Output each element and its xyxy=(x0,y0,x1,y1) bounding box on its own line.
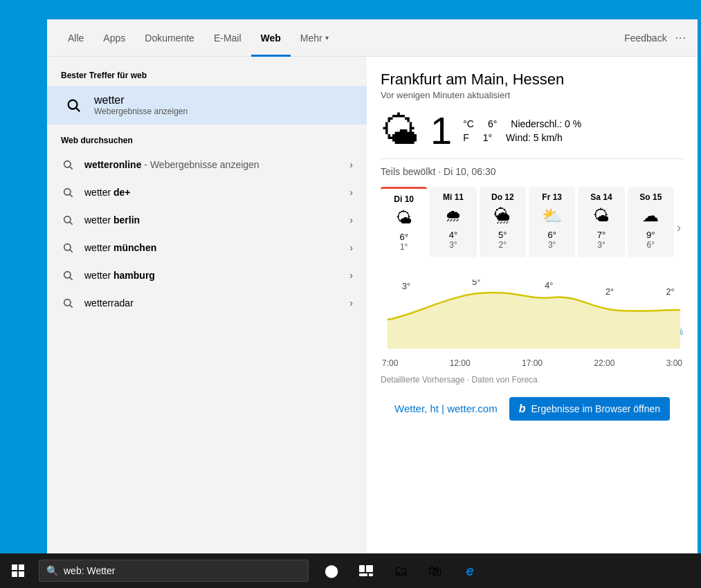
tab-web[interactable]: Web xyxy=(251,19,291,57)
forecast-day-icon: 🌤 xyxy=(385,208,423,228)
forecast-day-do12[interactable]: Do 12 🌦 5° 2° xyxy=(480,187,526,257)
tab-dokumente[interactable]: Dokumente xyxy=(135,19,204,57)
forecast-day-label: Sa 14 xyxy=(582,192,620,202)
weather-city: Frankfurt am Main, Hessen xyxy=(381,71,684,89)
forecast-day-di10[interactable]: Di 10 🌤 6° 1° xyxy=(381,187,427,257)
chevron-down-icon: ▾ xyxy=(325,34,329,42)
taskbar-search-box[interactable]: 🔍 web: Wetter xyxy=(39,560,309,582)
forecast-day-high: 5° xyxy=(484,230,522,240)
svg-text:5°: 5° xyxy=(472,279,480,287)
svg-point-6 xyxy=(64,217,71,223)
chevron-right-icon: › xyxy=(349,270,353,281)
open-browser-label: Ergebnisse im Browser öffnen xyxy=(531,403,661,414)
taskbar-app-edge[interactable]: e xyxy=(454,553,486,588)
forecast-day-high: 6° xyxy=(533,230,571,240)
chevron-right-icon: › xyxy=(349,297,353,309)
web-result-text: wetterradar xyxy=(84,297,349,309)
forecast-day-sa14[interactable]: Sa 14 🌤 7° 3° xyxy=(578,187,624,257)
search-icon xyxy=(61,241,75,255)
more-options-button[interactable]: ··· xyxy=(675,32,686,44)
forecast-day-high: 7° xyxy=(582,230,620,240)
forecast-day-so15[interactable]: So 15 ☁ 9° 6° xyxy=(628,187,674,257)
taskbar-search-text: web: Wetter xyxy=(64,565,115,576)
best-result-title: wetter xyxy=(94,94,188,107)
svg-line-1 xyxy=(76,108,80,111)
browser-link[interactable]: Wetter, ht | wetter.com xyxy=(394,403,498,415)
taskbar-app-store[interactable]: 🛍 xyxy=(419,553,451,588)
forecast-day-low: 6° xyxy=(632,240,670,250)
taskbar-app-task-view[interactable] xyxy=(350,553,382,588)
search-icon xyxy=(61,213,75,227)
left-panel: Bester Treffer für web wetter Webergebni… xyxy=(47,57,367,566)
start-button[interactable] xyxy=(0,553,36,588)
forecast-next-button[interactable]: › xyxy=(674,221,684,235)
chevron-right-icon: › xyxy=(349,242,353,253)
taskbar: 🔍 web: Wetter ⬤ 🗂 🛍 e xyxy=(0,553,701,588)
browser-link-text[interactable]: Wetter, xyxy=(394,403,430,414)
web-result-wetterradar[interactable]: wetterradar › xyxy=(47,289,367,317)
forecast-day-icon: 🌧 xyxy=(434,206,472,226)
best-result-subtitle: Webergebnisse anzeigen xyxy=(94,107,188,116)
forecast-day-mi11[interactable]: Mi 11 🌧 4° 3° xyxy=(430,187,476,257)
web-result-wetter-hamburg[interactable]: wetter hamburg › xyxy=(47,261,367,289)
chevron-right-icon: › xyxy=(349,187,353,198)
svg-rect-27 xyxy=(369,573,373,576)
chevron-right-icon: › xyxy=(349,214,353,226)
svg-point-4 xyxy=(64,189,71,195)
open-in-browser-button[interactable]: b Ergebnisse im Browser öffnen xyxy=(509,397,670,421)
forecast-day-low: 3° xyxy=(434,240,472,250)
web-result-wetter-berlin[interactable]: wetter berlin › xyxy=(47,206,367,234)
taskbar-apps: ⬤ 🗂 🛍 e xyxy=(316,553,486,588)
svg-line-5 xyxy=(70,194,73,197)
feedback-button[interactable]: Feedback xyxy=(624,33,666,44)
taskbar-app-file-explorer[interactable]: 🗂 xyxy=(385,553,417,588)
web-result-text: wetter münchen xyxy=(84,242,349,253)
weather-current: 🌤 1 °C 6° Niederschl.: 0 % F 1° Wind: 5 … xyxy=(381,111,684,150)
best-result-item[interactable]: wetter Webergebnisse anzeigen xyxy=(47,86,367,125)
tab-mehr[interactable]: Mehr ▾ xyxy=(291,19,338,57)
forecast-day-label: So 15 xyxy=(632,192,670,202)
forecast-day-label: Do 12 xyxy=(484,192,522,202)
right-panel: Frankfurt am Main, Hessen Vor wenigen Mi… xyxy=(367,57,698,566)
svg-point-10 xyxy=(64,272,71,278)
main-content: Bester Treffer für web wetter Webergebni… xyxy=(47,57,698,566)
forecast-day-icon: ⛅ xyxy=(533,206,571,226)
chart-time-labels: 7:00 12:00 17:00 22:00 3:00 xyxy=(381,358,684,368)
time-label-5: 3:00 xyxy=(666,358,682,368)
temperature-chart: 3° 5° 4° 2° 2° 💧20% xyxy=(381,279,684,356)
tab-alle[interactable]: Alle xyxy=(58,19,93,57)
taskbar-app-cortana[interactable]: ⬤ xyxy=(316,553,347,588)
tab-apps[interactable]: Apps xyxy=(93,19,135,57)
svg-point-2 xyxy=(64,161,71,167)
browser-link-suffix: ht | wetter.com xyxy=(430,403,497,414)
weather-icon: 🌤 xyxy=(381,111,419,150)
time-label-2: 12:00 xyxy=(450,358,471,368)
weather-source: Detaillierte Vorhersage · Daten von Fore… xyxy=(381,375,684,385)
tab-email[interactable]: E-Mail xyxy=(204,19,251,57)
forecast-container: Di 10 🌤 6° 1° Mi 11 🌧 4° 3° Do 12 xyxy=(381,187,674,257)
web-result-wetteronline[interactable]: wetteronline - Webergebnisse anzeigen › xyxy=(47,151,367,178)
forecast-day-fr13[interactable]: Fr 13 ⛅ 6° 3° xyxy=(529,187,575,257)
wind: Wind: 5 km/h xyxy=(506,132,563,143)
best-result-text: wetter Webergebnisse anzeigen xyxy=(94,94,188,116)
tab-bar: Alle Apps Dokumente E-Mail Web Mehr ▾ Fe… xyxy=(47,19,698,57)
svg-rect-26 xyxy=(359,573,367,576)
search-icon xyxy=(61,158,75,172)
weather-details: °C 6° Niederschl.: 0 % F 1° Wind: 5 km/h xyxy=(463,118,581,143)
bing-logo: b xyxy=(519,403,526,415)
weather-card: Frankfurt am Main, Hessen Vor wenigen Mi… xyxy=(381,71,684,385)
temp-low: 1° xyxy=(483,132,492,143)
svg-line-13 xyxy=(70,305,73,308)
temp-unit-f: F xyxy=(463,132,469,143)
weather-updated: Vor wenigen Minuten aktualisiert xyxy=(381,90,684,100)
chevron-right-icon: › xyxy=(349,159,353,170)
web-result-wetter-de[interactable]: wetter de+ › xyxy=(47,178,367,206)
search-icon xyxy=(61,185,75,199)
forecast-day-icon: 🌦 xyxy=(484,206,522,226)
chart-svg: 3° 5° 4° 2° 2° 💧20% xyxy=(381,279,684,356)
svg-line-9 xyxy=(70,250,73,252)
best-result-label: Bester Treffer für web xyxy=(47,68,367,86)
web-result-wetter-muenchen[interactable]: wetter münchen › xyxy=(47,234,367,261)
precip: Niederschl.: 0 % xyxy=(511,118,581,129)
svg-rect-23 xyxy=(19,571,24,577)
